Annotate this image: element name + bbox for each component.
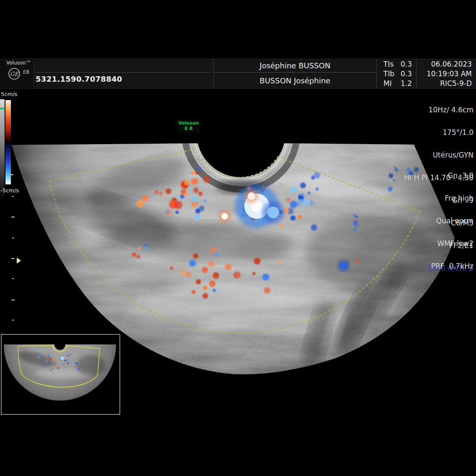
doppler-blob — [262, 274, 269, 281]
probe-name: RIC5-9-D — [416, 79, 472, 88]
patient-name-secondary: BUSSON Joséphine — [214, 76, 376, 85]
gray-map-marker[interactable] — [0, 108, 5, 109]
gray-map-bar — [0, 99, 5, 200]
doppler-blob — [73, 359, 75, 360]
patient-name-primary: Joséphine BUSSON — [214, 61, 376, 70]
doppler-blob — [60, 363, 62, 365]
doppler-blob — [49, 367, 50, 367]
doppler-highlight — [78, 368, 80, 370]
doppler-blob — [395, 168, 398, 171]
probe-interface — [185, 77, 297, 194]
thumbnail-image — [1, 334, 120, 415]
doppler-blob — [212, 289, 216, 292]
acoustic-indices: TIs 0.3 TIb 0.3 MI 1.2 — [377, 59, 416, 88]
doppler-blob — [197, 166, 201, 170]
doppler-blob — [193, 187, 199, 193]
doppler-blob — [70, 354, 72, 355]
doppler-blob — [170, 266, 173, 270]
doppler-blob — [138, 247, 141, 250]
depth-tick-major — [11, 217, 15, 217]
color-scale-baseline-tick — [11, 174, 13, 175]
doppler-blob — [50, 358, 52, 360]
doppler-blob — [280, 224, 284, 228]
doppler-blob — [67, 362, 69, 364]
doppler-blob — [388, 173, 393, 178]
doppler-blob — [180, 194, 184, 199]
tis-value: 0.3 — [401, 60, 412, 69]
doppler-blob — [63, 364, 65, 365]
logo-block: Voluson™ GE E8 — [0, 59, 34, 88]
doppler-blob — [46, 360, 48, 362]
doppler-blob — [181, 189, 186, 194]
color-scale-negative — [5, 142, 11, 184]
doppler-blob — [52, 368, 54, 369]
doppler-blob — [393, 179, 396, 182]
doppler-blob — [311, 224, 317, 230]
voluson-watermark: Voluson E 8 — [177, 119, 200, 132]
doppler-blob — [51, 366, 52, 367]
doppler-blob — [290, 201, 298, 208]
doppler-blob — [213, 272, 220, 279]
depth-tick-minor — [12, 196, 14, 197]
doppler-blob — [202, 293, 208, 299]
doppler-blob — [308, 191, 310, 194]
doppler-blob — [298, 215, 302, 219]
doppler-blob — [76, 363, 78, 365]
doppler-highlight — [267, 207, 279, 218]
doppler-blob — [137, 200, 144, 207]
doppler-blob — [208, 261, 215, 267]
focus-depth-marker[interactable] — [17, 258, 21, 264]
doppler-blob — [49, 362, 50, 364]
doppler-blob — [192, 171, 195, 175]
watermark-line1: Voluson — [177, 120, 200, 126]
doppler-blob — [132, 252, 136, 257]
doppler-blob — [191, 290, 196, 294]
mi-value: 1.2 — [401, 79, 412, 88]
doppler-highlight — [61, 357, 64, 360]
doppler-blob — [176, 211, 178, 214]
doppler-blob — [144, 244, 147, 247]
doppler-blob — [284, 208, 289, 213]
patient-name-section: Joséphine BUSSON BUSSON Joséphine — [214, 59, 377, 88]
doppler-blob — [277, 260, 281, 263]
datetime-section: 06.06.2023 10:19:03 AM RIC5-9-D — [416, 59, 476, 88]
doppler-blob — [203, 176, 210, 183]
depth-tick-minor — [12, 278, 14, 279]
doppler-blob — [203, 285, 207, 290]
doppler-blob — [303, 206, 305, 209]
doppler-blob — [300, 193, 304, 197]
doppler-blob — [155, 190, 158, 194]
doppler-blob — [310, 201, 315, 205]
color-scale-positive — [5, 100, 11, 141]
ti-row: TIs 0.3 — [377, 60, 416, 69]
doppler-blob — [225, 264, 232, 270]
doppler-blob — [290, 186, 297, 193]
doppler-blob — [67, 360, 68, 360]
doppler-blob — [264, 287, 270, 294]
doppler-blob — [204, 199, 207, 202]
param-angle: 175°/1.0 — [404, 129, 473, 136]
doppler-blob — [159, 192, 163, 196]
patient-id-section: 5321.1590.7078840 — [34, 59, 214, 88]
overview-thumbnail[interactable] — [1, 334, 120, 415]
patient-id: 5321.1590.7078840 — [36, 75, 122, 83]
doppler-blob — [193, 254, 199, 259]
doppler-blob — [202, 267, 208, 273]
tib-value: 0.3 — [401, 69, 412, 79]
doppler-blob — [36, 357, 37, 357]
doppler-blob — [192, 197, 198, 202]
doppler-highlight — [356, 259, 359, 263]
doppler-blob — [165, 210, 169, 214]
doppler-highlight — [221, 213, 228, 220]
doppler-blob — [45, 367, 47, 369]
doppler-blob — [286, 198, 290, 202]
param-frequency: Frq high — [431, 194, 473, 202]
doppler-parameters: Gn 3.0 Frq high Qual norm WMF low2 PRF 0… — [431, 157, 473, 285]
doppler-blob — [184, 180, 189, 186]
doppler-blob — [300, 182, 306, 188]
tis-label: TIs — [383, 60, 393, 69]
product-name: Voluson™ — [6, 60, 31, 66]
doppler-blob — [196, 171, 199, 175]
doppler-blob — [180, 269, 186, 276]
doppler-blob — [174, 201, 182, 209]
